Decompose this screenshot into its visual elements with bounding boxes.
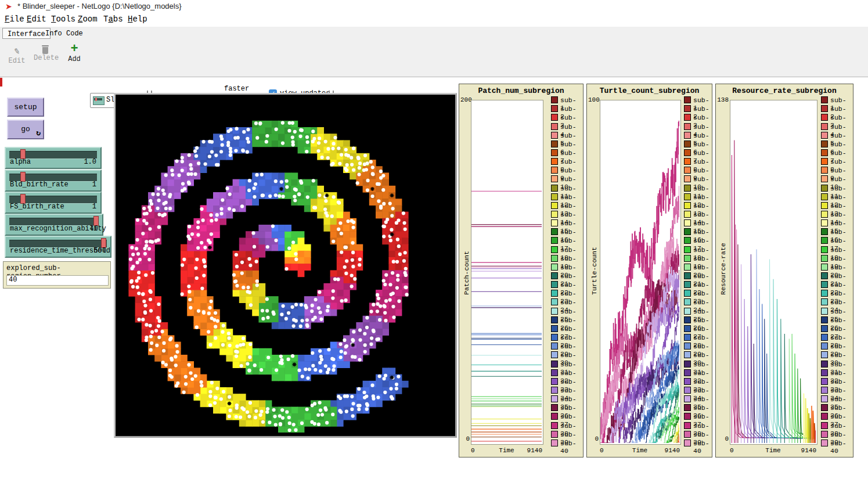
slider-label: Bld_birth_rate bbox=[10, 181, 69, 189]
monitor-value: 40 bbox=[6, 275, 109, 286]
legend-swatch-icon bbox=[821, 211, 828, 218]
legend-swatch-icon bbox=[821, 246, 828, 253]
legend-swatch-icon bbox=[821, 325, 828, 332]
setup-button[interactable]: setup bbox=[7, 98, 44, 117]
legend-swatch-icon bbox=[551, 351, 558, 358]
legend-swatch-icon bbox=[821, 132, 828, 139]
x-axis-max-label: 9140 bbox=[730, 447, 816, 454]
legend-swatch-icon bbox=[684, 351, 691, 358]
legend-swatch-icon bbox=[821, 264, 828, 271]
legend-swatch-icon bbox=[821, 290, 828, 297]
slider-fs-birth-rate[interactable]: FS_birth_rate 1 bbox=[5, 192, 102, 214]
toolbar: ✎ Edit Delete + Add Slider ▼ faster tick… bbox=[0, 41, 868, 77]
legend-swatch-icon bbox=[821, 123, 828, 130]
slider-value: 1.0 bbox=[84, 158, 96, 166]
add-button[interactable]: + Add bbox=[66, 44, 83, 63]
plot-title: Patch_num_subregion bbox=[459, 87, 583, 95]
slider-value: 40 bbox=[90, 225, 98, 233]
x-axis-max-label: 9140 bbox=[600, 447, 680, 454]
legend-swatch-icon bbox=[551, 361, 558, 368]
world-view-canvas[interactable] bbox=[116, 95, 452, 433]
forever-icon: ↻ bbox=[36, 129, 41, 137]
legend-swatch-icon bbox=[551, 237, 558, 244]
legend-swatch-icon bbox=[551, 175, 558, 182]
legend-swatch-icon bbox=[821, 96, 828, 103]
legend-swatch-icon bbox=[551, 404, 558, 411]
slider-max-recognition-ability[interactable]: max_recognition_ability 40 bbox=[5, 214, 103, 236]
plot-area bbox=[471, 100, 543, 445]
y-axis-title: Patch-count bbox=[463, 251, 470, 295]
slider-residence-time-threshold[interactable]: residence_time_threshold 500 bbox=[5, 236, 111, 258]
legend-swatch-icon bbox=[551, 431, 558, 438]
delete-button[interactable]: Delete bbox=[34, 45, 57, 62]
menu-edit[interactable]: Edit bbox=[27, 15, 46, 24]
slider-value: 1 bbox=[92, 181, 96, 189]
netlogo-logo-icon: ➤ bbox=[5, 2, 12, 11]
menu-bar: FileEditToolsZoomTabsHelp bbox=[0, 13, 868, 27]
legend-swatch-icon bbox=[684, 361, 691, 368]
legend-swatch-icon bbox=[551, 255, 558, 262]
legend-swatch-icon bbox=[551, 369, 558, 376]
legend-swatch-icon bbox=[684, 237, 691, 244]
menu-help[interactable]: Help bbox=[128, 15, 147, 24]
legend-swatch-icon bbox=[821, 105, 828, 112]
legend-label: sub-40 bbox=[560, 439, 577, 455]
menu-zoom[interactable]: Zoom bbox=[78, 15, 98, 24]
legend-swatch-icon bbox=[551, 272, 558, 279]
legend-swatch-icon bbox=[684, 211, 691, 218]
y-axis-max-label: 138 bbox=[717, 96, 729, 103]
legend-swatch-icon bbox=[821, 422, 828, 429]
world-view[interactable] bbox=[114, 93, 457, 438]
legend-swatch-icon bbox=[821, 431, 828, 438]
go-button[interactable]: go ↻ bbox=[7, 120, 44, 139]
legend-swatch-icon bbox=[551, 298, 558, 305]
legend-swatch-icon bbox=[684, 149, 691, 156]
y-axis-max-label: 200 bbox=[460, 96, 470, 103]
legend-swatch-icon bbox=[684, 298, 691, 305]
legend-swatch-icon bbox=[821, 404, 828, 411]
slider-value: 500 bbox=[93, 247, 106, 255]
menu-tabs[interactable]: Tabs bbox=[103, 15, 123, 24]
legend-swatch-icon bbox=[551, 123, 558, 130]
slider-bld-birth-rate[interactable]: Bld_birth_rate 1 bbox=[5, 170, 102, 192]
tab-code[interactable]: Code bbox=[62, 28, 88, 39]
legend-swatch-icon bbox=[551, 325, 558, 332]
legend-swatch-icon bbox=[684, 140, 691, 147]
legend-swatch-icon bbox=[684, 123, 691, 130]
legend-swatch-icon bbox=[551, 149, 558, 156]
menu-tools[interactable]: Tools bbox=[51, 15, 75, 24]
slider-alpha[interactable]: alpha 1.0 bbox=[5, 147, 102, 169]
legend-swatch-icon bbox=[821, 369, 828, 376]
plot-turtle-count-subregion: Turtle_count_subregion1000Turtle-count0T… bbox=[586, 84, 712, 457]
plot-area bbox=[730, 100, 817, 445]
legend-swatch-icon bbox=[821, 114, 828, 121]
legend-swatch-icon bbox=[821, 272, 828, 279]
plot-patch-num-subregion: Patch_num_subregion2000Patch-count0Time9… bbox=[459, 84, 584, 457]
legend-swatch-icon bbox=[684, 439, 691, 446]
legend-swatch-icon bbox=[684, 228, 691, 235]
plot-area bbox=[600, 100, 681, 445]
slider-value: 1 bbox=[92, 203, 96, 211]
menu-file[interactable]: File bbox=[5, 15, 24, 24]
left-edge-red-mark bbox=[0, 78, 2, 87]
legend-swatch-icon bbox=[684, 431, 691, 438]
legend-swatch-icon bbox=[821, 395, 828, 402]
y-axis-min-label: 0 bbox=[588, 435, 599, 442]
legend-swatch-icon bbox=[551, 378, 558, 385]
legend-swatch-icon bbox=[684, 308, 691, 315]
legend-swatch-icon bbox=[684, 255, 691, 262]
legend-swatch-icon bbox=[684, 132, 691, 139]
legend-swatch-icon bbox=[821, 255, 828, 262]
legend-swatch-icon bbox=[551, 264, 558, 271]
title-bar: ➤ * Blinder_sleeper - NetLogo {D:\Netlog… bbox=[0, 0, 868, 13]
legend-swatch-icon bbox=[821, 343, 828, 350]
legend-swatch-icon bbox=[684, 334, 691, 341]
legend-swatch-icon bbox=[684, 316, 691, 323]
legend-swatch-icon bbox=[551, 343, 558, 350]
y-axis-title: Turtle-count bbox=[590, 247, 598, 295]
legend-swatch-icon bbox=[684, 167, 691, 174]
edit-button[interactable]: ✎ Edit bbox=[8, 45, 26, 65]
legend-swatch-icon bbox=[551, 316, 558, 323]
legend-swatch-icon bbox=[684, 395, 691, 402]
legend-swatch-icon bbox=[551, 334, 558, 341]
